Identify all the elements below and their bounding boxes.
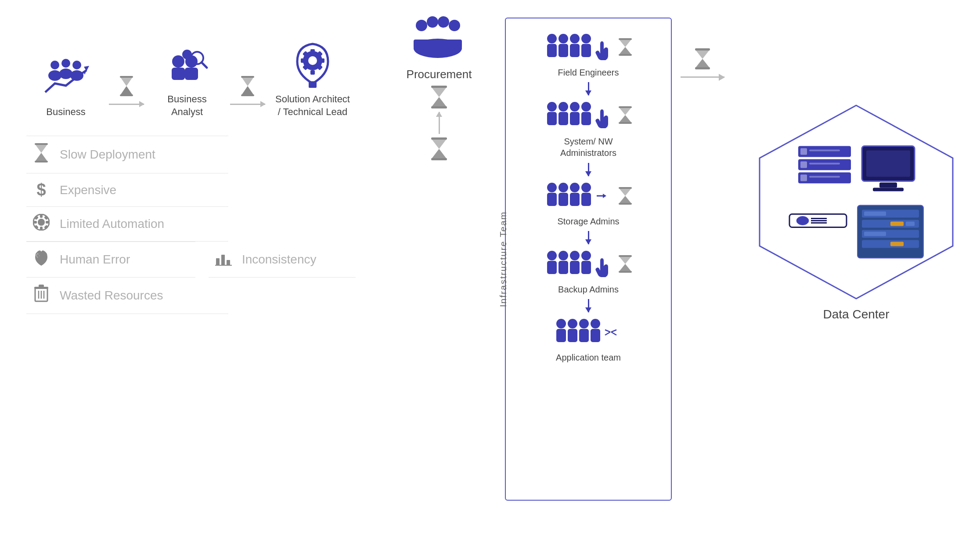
arrow-line-1 bbox=[109, 104, 144, 105]
business-node: Business bbox=[31, 57, 101, 119]
svg-rect-31 bbox=[35, 161, 48, 162]
svg-rect-39 bbox=[44, 216, 48, 220]
svg-line-115 bbox=[611, 330, 616, 332]
inconsistency-label: Inconsistency bbox=[242, 253, 317, 267]
svg-rect-18 bbox=[241, 94, 254, 96]
issue-wasted-resources: Wasted Resources bbox=[26, 278, 228, 314]
svg-point-111 bbox=[591, 319, 600, 328]
svg-rect-17 bbox=[241, 76, 254, 78]
procurement-label: Procurement bbox=[407, 68, 472, 81]
svg-point-69 bbox=[581, 34, 591, 43]
solution-architect-center bbox=[429, 137, 449, 165]
svg-rect-29 bbox=[309, 81, 317, 88]
svg-rect-93 bbox=[619, 187, 632, 189]
svg-line-113 bbox=[605, 330, 610, 332]
arrow-sysadmin-to-storage bbox=[588, 163, 589, 176]
svg-rect-60 bbox=[431, 106, 447, 108]
svg-rect-61 bbox=[431, 137, 447, 140]
svg-rect-44 bbox=[221, 255, 225, 265]
issues-bottom-section: Human Error Inconsistency bbox=[26, 242, 356, 278]
svg-point-10 bbox=[172, 55, 184, 68]
hourglass-up bbox=[429, 86, 449, 110]
svg-point-87 bbox=[570, 183, 580, 192]
expensive-label: Expensive bbox=[60, 183, 116, 197]
sysadmin-label: System/ NWAdministrators bbox=[560, 136, 616, 159]
svg-rect-11 bbox=[172, 68, 185, 80]
arrow-business-to-ba bbox=[109, 76, 144, 105]
svg-rect-106 bbox=[556, 329, 566, 342]
field-engineers-people bbox=[544, 32, 614, 64]
issue-slow-deployment: Slow Deployment bbox=[26, 136, 228, 173]
svg-rect-20 bbox=[310, 49, 315, 54]
svg-point-4 bbox=[72, 61, 81, 69]
svg-point-75 bbox=[558, 102, 568, 112]
svg-point-107 bbox=[568, 319, 577, 328]
sysadmin-item: System/ NWAdministrators bbox=[517, 100, 660, 159]
svg-marker-92 bbox=[603, 194, 606, 198]
svg-point-85 bbox=[558, 183, 568, 192]
storage-icon bbox=[787, 210, 849, 254]
sysadmin-row bbox=[544, 100, 633, 132]
svg-rect-62 bbox=[431, 158, 447, 160]
svg-point-105 bbox=[556, 319, 566, 328]
sysadmin-people bbox=[544, 100, 614, 132]
svg-point-2 bbox=[61, 59, 70, 68]
svg-rect-118 bbox=[695, 67, 710, 69]
infra-box: Infrastructure Team bbox=[505, 18, 672, 501]
svg-rect-82 bbox=[619, 122, 632, 124]
datacenter-section: Data Center bbox=[751, 101, 962, 321]
application-team-row bbox=[553, 317, 623, 349]
svg-rect-45 bbox=[227, 260, 230, 265]
svg-rect-130 bbox=[866, 151, 910, 177]
field-hourglass bbox=[618, 38, 633, 58]
svg-rect-41 bbox=[44, 225, 48, 229]
server-stack-icon bbox=[796, 144, 853, 197]
issue-inconsistency: Inconsistency bbox=[209, 242, 356, 278]
sa-hourglass bbox=[429, 137, 449, 162]
solution-architect-node: Solution Architect/ Technical Lead bbox=[273, 40, 352, 118]
svg-point-95 bbox=[547, 251, 557, 260]
arrow-line-2 bbox=[230, 104, 265, 105]
svg-rect-22 bbox=[301, 58, 305, 63]
svg-rect-122 bbox=[809, 150, 840, 152]
hand-icon bbox=[31, 249, 52, 270]
svg-point-67 bbox=[570, 34, 580, 43]
rack-icon bbox=[855, 203, 926, 260]
svg-rect-103 bbox=[619, 255, 632, 257]
svg-rect-125 bbox=[809, 163, 840, 165]
svg-point-79 bbox=[581, 102, 591, 112]
svg-rect-98 bbox=[558, 261, 568, 274]
svg-rect-78 bbox=[570, 112, 580, 125]
backup-admins-people bbox=[544, 249, 614, 281]
proc-to-infra-arrow bbox=[681, 76, 724, 78]
datacenter-label: Data Center bbox=[823, 307, 890, 321]
datacenter-icons bbox=[773, 144, 940, 260]
svg-rect-34 bbox=[40, 214, 43, 218]
svg-rect-143 bbox=[906, 222, 915, 226]
dollar-icon: $ bbox=[31, 180, 52, 199]
svg-rect-90 bbox=[581, 193, 591, 206]
svg-point-56 bbox=[449, 20, 460, 31]
svg-rect-23 bbox=[320, 58, 324, 63]
storage-admins-row bbox=[544, 180, 633, 213]
arrow-field-to-sysadmin bbox=[588, 82, 589, 95]
svg-point-65 bbox=[558, 34, 568, 43]
human-error-label: Human Error bbox=[60, 253, 130, 267]
svg-point-101 bbox=[581, 251, 591, 260]
svg-rect-100 bbox=[570, 261, 580, 274]
issue-limited-automation: Limited Automation bbox=[26, 207, 228, 242]
gear-icon bbox=[31, 214, 52, 234]
svg-rect-76 bbox=[558, 112, 568, 125]
proc-hourglass bbox=[694, 48, 711, 71]
procurement-node: Procurement bbox=[407, 13, 472, 81]
svg-point-99 bbox=[570, 251, 580, 260]
svg-rect-128 bbox=[809, 176, 840, 178]
svg-rect-21 bbox=[310, 70, 315, 75]
svg-rect-70 bbox=[581, 44, 591, 57]
svg-rect-142 bbox=[890, 222, 904, 226]
backup-admins-row bbox=[544, 249, 633, 281]
svg-rect-140 bbox=[864, 212, 886, 216]
svg-rect-36 bbox=[33, 221, 37, 224]
backup-hourglass bbox=[618, 255, 633, 274]
svg-point-55 bbox=[438, 16, 449, 28]
